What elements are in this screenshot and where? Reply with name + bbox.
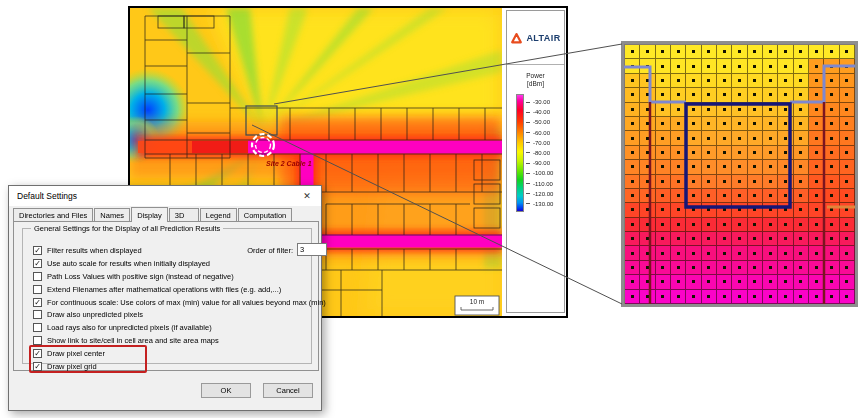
pixel-center-dot: [815, 295, 818, 298]
heat-pixel: [686, 74, 701, 88]
pixel-center-dot: [677, 65, 680, 68]
heat-pixel: [809, 88, 824, 102]
checkbox-unchecked[interactable]: [33, 285, 42, 294]
pixel-center-dot: [830, 50, 833, 53]
checkbox-checked[interactable]: ✓: [33, 349, 42, 358]
pixel-center-dot: [815, 180, 818, 183]
pixel-center-dot: [661, 108, 664, 111]
checkbox-label: Load rays also for unpredicted pixels (i…: [47, 323, 212, 332]
checkbox-unchecked[interactable]: [33, 323, 42, 332]
pixel-center-dot: [677, 165, 680, 168]
heat-pixel: [640, 160, 655, 174]
checkbox-row: Extend Filenames after mathematical oper…: [33, 283, 326, 296]
heat-pixel: [717, 189, 732, 203]
heat-pixel: [840, 290, 855, 304]
pixel-center-dot: [769, 165, 772, 168]
pixel-center-dot: [692, 208, 695, 211]
checkbox-checked[interactable]: ✓: [33, 259, 42, 268]
heat-pixel: [763, 290, 778, 304]
pixel-center-dot: [845, 137, 848, 140]
checkbox-checked[interactable]: ✓: [33, 362, 42, 371]
default-settings-dialog: Default Settings ✕ Directories and Files…: [8, 185, 322, 411]
pixel-center-dot: [830, 122, 833, 125]
heat-pixel: [656, 74, 671, 88]
heat-pixel: [671, 59, 686, 73]
map-scale-box: 10 m: [455, 296, 499, 315]
pixel-center-dot: [830, 252, 833, 255]
tick-dash: [526, 203, 530, 204]
pixel-center-dot: [845, 237, 848, 240]
heat-pixel: [824, 103, 839, 117]
checkbox-checked[interactable]: ✓: [33, 298, 42, 307]
heat-pixel: [824, 117, 839, 131]
pixel-center-dot: [830, 295, 833, 298]
heat-pixel: [809, 261, 824, 275]
pixel-center-dot: [707, 266, 710, 269]
heat-pixel: [702, 189, 717, 203]
tab-3d[interactable]: 3D: [169, 208, 199, 221]
pixel-center-dot: [677, 137, 680, 140]
pixel-center-dot: [799, 93, 802, 96]
checkbox-checked[interactable]: ✓: [33, 246, 42, 255]
ok-button[interactable]: OK: [201, 383, 251, 398]
order-of-filter-input[interactable]: [297, 243, 327, 256]
checkbox-label: For continuous scale: Use colors of max …: [47, 298, 326, 307]
heat-pixel: [778, 117, 793, 131]
heat-pixel: [671, 246, 686, 260]
tick-label: -80.00: [533, 150, 550, 156]
pixel-center-dot: [830, 137, 833, 140]
pixel-center-dot: [707, 280, 710, 283]
tick-dash: [526, 163, 530, 164]
heat-pixel: [717, 203, 732, 217]
heat-pixel: [640, 232, 655, 246]
legend-tick: -110.00: [526, 181, 553, 187]
heat-pixel: [671, 175, 686, 189]
heat-pixel: [656, 246, 671, 260]
pixel-center-dot: [784, 252, 787, 255]
heat-pixel: [824, 160, 839, 174]
heat-pixel: [656, 189, 671, 203]
close-icon[interactable]: ✕: [293, 186, 321, 206]
pixel-center-dot: [753, 137, 756, 140]
heat-pixel: [686, 88, 701, 102]
heat-pixel: [824, 275, 839, 289]
pixel-center-dot: [753, 223, 756, 226]
pixel-center-dot: [631, 137, 634, 140]
pixel-center-dot: [707, 223, 710, 226]
pixel-center-dot: [799, 194, 802, 197]
checkbox-unchecked[interactable]: [33, 310, 42, 319]
checkbox-unchecked[interactable]: [33, 272, 42, 281]
heat-pixel: [640, 103, 655, 117]
checkbox-unchecked[interactable]: [33, 336, 42, 345]
tab-names[interactable]: Names: [94, 208, 130, 221]
tab-legend[interactable]: Legend: [200, 208, 237, 221]
heat-pixel: [717, 160, 732, 174]
order-of-filter-label: Order of filter:: [199, 246, 293, 255]
heat-pixel: [748, 218, 763, 232]
tab-directories-and-files[interactable]: Directories and Files: [13, 208, 93, 221]
legend-tick: -30.00: [526, 99, 553, 105]
heat-pixel: [824, 218, 839, 232]
tab-display[interactable]: Display: [131, 207, 168, 222]
heat-pixel: [640, 45, 655, 59]
pixel-center-dot: [738, 108, 741, 111]
pixel-center-dot: [707, 93, 710, 96]
tick-label: -40.00: [533, 109, 550, 115]
pixel-center-dot: [845, 252, 848, 255]
pixel-center-dot: [845, 65, 848, 68]
heat-pixel: [778, 203, 793, 217]
heat-pixel: [748, 232, 763, 246]
heat-pixel: [717, 88, 732, 102]
heat-pixel: [625, 189, 640, 203]
heat-pixel: [840, 218, 855, 232]
pixel-center-dot: [692, 108, 695, 111]
heat-pixel: [656, 261, 671, 275]
cancel-button[interactable]: Cancel: [263, 383, 313, 398]
pixel-center-dot: [799, 165, 802, 168]
dialog-tabstrip: Directories and FilesNamesDisplay3DLegen…: [13, 207, 293, 221]
pixel-center-dot: [815, 151, 818, 154]
heat-pixel: [656, 117, 671, 131]
heat-pixel: [748, 246, 763, 260]
tab-computation[interactable]: Computation: [238, 208, 293, 221]
pixel-center-dot: [845, 108, 848, 111]
